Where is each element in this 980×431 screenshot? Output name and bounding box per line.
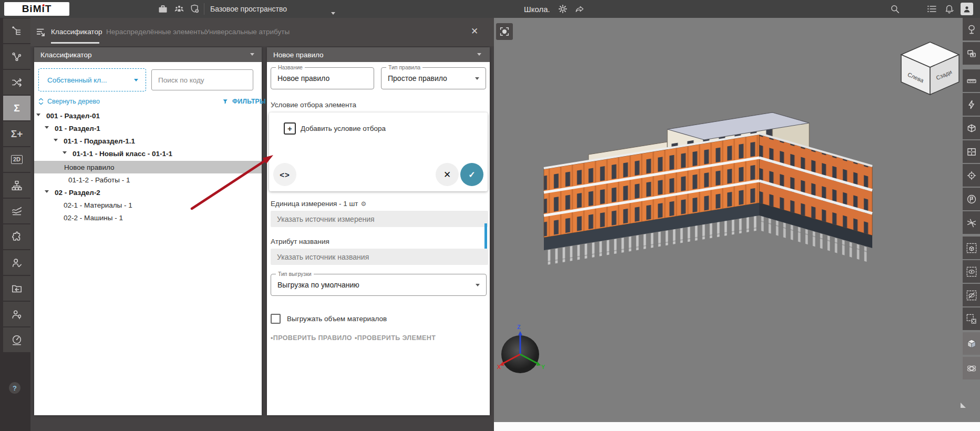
add-condition-button[interactable]: + Добавить условие отбора bbox=[284, 122, 386, 135]
team-icon[interactable] bbox=[172, 2, 186, 16]
navigation-cube[interactable]: Слева Сзади bbox=[901, 42, 959, 95]
chevron-down-icon bbox=[477, 53, 481, 56]
toolbar-flag-marker[interactable] bbox=[963, 188, 980, 210]
sidebar-item-plugins[interactable] bbox=[3, 224, 30, 249]
settings-gear-icon[interactable] bbox=[556, 2, 570, 16]
tree-item[interactable]: 02 - Раздел-2 bbox=[34, 186, 262, 199]
toolbar-hide-eye[interactable] bbox=[963, 284, 980, 306]
materials-volume-checkbox[interactable] bbox=[271, 314, 281, 324]
tree-expand-caret[interactable] bbox=[54, 139, 58, 143]
close-icon[interactable]: ✕ bbox=[468, 24, 481, 38]
sidebar-item-classifier-sum[interactable]: Σ bbox=[3, 96, 30, 120]
model-school-building bbox=[544, 112, 872, 265]
collapse-tree-label: Свернуть дерево bbox=[47, 98, 100, 105]
2d-sheet-icon: 2D bbox=[11, 155, 23, 164]
tree-expand-caret[interactable] bbox=[63, 151, 67, 156]
resize-handle[interactable] bbox=[961, 403, 966, 408]
code-search bbox=[151, 69, 253, 90]
logo-text-end: T bbox=[45, 3, 52, 15]
toolbar-locate-target[interactable] bbox=[963, 164, 980, 187]
toolbar-selection-layers[interactable] bbox=[963, 42, 980, 65]
list-icon[interactable] bbox=[925, 2, 938, 16]
rule-panel-header[interactable]: Новое правило bbox=[267, 47, 490, 62]
rule-panel: Новое правило Название Тип правила Прост… bbox=[267, 47, 490, 415]
check-element-button[interactable]: •ПРОВЕРИТЬ ЭЛЕМЕНТ bbox=[355, 334, 436, 342]
sidebar-item-user-check[interactable] bbox=[3, 250, 30, 275]
toolbar-view-cube[interactable] bbox=[963, 332, 980, 355]
sidebar-item-classifier-sum-add[interactable]: Σ+ bbox=[3, 121, 30, 146]
top-bar: BiMiT Базовое пространство Школа. bbox=[0, 0, 980, 18]
sidebar-item-structure[interactable] bbox=[3, 173, 30, 198]
tab-unallocated-elements[interactable]: Нераспределённые элементы bbox=[106, 28, 205, 36]
tree-item-label: 01-1-2 - Работы - 1 bbox=[68, 176, 130, 184]
tab-classifier[interactable]: Классификатор bbox=[51, 28, 102, 36]
axis-z-label: Z bbox=[517, 324, 521, 330]
check-rule-button[interactable]: •ПРОВЕРИТЬ ПРАВИЛО bbox=[271, 334, 352, 342]
cancel-button[interactable]: ✕ bbox=[436, 163, 459, 186]
export-type-select[interactable]: Тип выгрузки Выгрузка по умолчанию bbox=[271, 274, 487, 296]
tree-expand-caret[interactable] bbox=[45, 190, 49, 195]
help-button[interactable]: ? bbox=[9, 382, 20, 394]
classifier-select[interactable]: Собственный кл... bbox=[38, 68, 146, 91]
confirm-button[interactable]: ✓ bbox=[460, 163, 483, 186]
focus-area-icon[interactable] bbox=[496, 23, 513, 40]
sidebar-item-dashboard-gauge[interactable] bbox=[3, 327, 30, 352]
toolbar-show-eye[interactable] bbox=[963, 260, 980, 283]
tree-item[interactable]: 02-1 - Материалы - 1 bbox=[34, 199, 262, 211]
classifier-panel-header[interactable]: Классификатор bbox=[34, 47, 262, 62]
toolbar-section-flash[interactable] bbox=[963, 93, 980, 116]
sidebar-item-relations[interactable] bbox=[3, 44, 30, 69]
toolbar-floor-plan[interactable] bbox=[963, 140, 980, 163]
sidebar-item-charts[interactable] bbox=[3, 199, 30, 223]
toolbar-measure-ruler[interactable] bbox=[963, 69, 980, 92]
tree-item-label: 01-1-1 - Новый класс - 01-1-1 bbox=[73, 150, 172, 158]
tree-item[interactable]: 01-1-2 - Работы - 1 bbox=[34, 173, 262, 186]
collapse-tree-button[interactable]: Свернуть дерево bbox=[38, 98, 100, 105]
code-search-input[interactable] bbox=[151, 69, 253, 90]
tab-universal-attributes[interactable]: Универсальные атрибуты bbox=[205, 28, 290, 36]
sidebar-item-mix-transfer[interactable] bbox=[3, 70, 30, 95]
code-editor-button[interactable]: <> bbox=[273, 163, 296, 186]
tree-item[interactable]: 001 - Раздел-01 bbox=[34, 109, 262, 122]
tree-item[interactable]: 02-2 - Машины - 1 bbox=[34, 211, 262, 224]
viewport-scene: Слева Сзади X Y Z bbox=[494, 18, 980, 422]
tree-item[interactable]: 01-1-1 - Новый класс - 01-1-1 bbox=[34, 147, 262, 160]
workspace-dropdown-caret[interactable] bbox=[331, 7, 335, 17]
name-source-picker[interactable]: Указать источник названия bbox=[271, 249, 488, 265]
toolbar-section-cube[interactable] bbox=[963, 117, 980, 139]
toolbar-axis-lines[interactable] bbox=[963, 211, 980, 234]
axis-gizmo[interactable]: X Y Z bbox=[497, 324, 545, 373]
tree-expand-caret[interactable] bbox=[45, 126, 49, 131]
toolbar-orbit-view[interactable] bbox=[963, 357, 980, 379]
tree-expand-caret[interactable] bbox=[36, 114, 40, 118]
workspace-selector[interactable]: Базовое пространство bbox=[210, 5, 287, 13]
search-icon[interactable] bbox=[888, 2, 902, 16]
tree-item-label: Новое правило bbox=[64, 163, 115, 171]
account-icon[interactable] bbox=[961, 3, 973, 15]
viewport-bottom-strip bbox=[494, 422, 980, 431]
rule-type-select[interactable]: Тип правила Простое правило bbox=[381, 67, 486, 89]
panel-scrollbar[interactable] bbox=[484, 223, 487, 249]
notifications-icon[interactable] bbox=[942, 2, 956, 16]
toolbar-clear-selection[interactable] bbox=[963, 307, 980, 330]
toolbar-environment-tree[interactable] bbox=[963, 18, 980, 40]
collapse-panel-icon[interactable] bbox=[36, 27, 47, 38]
sidebar-item-sheet-2d[interactable]: 2D bbox=[3, 147, 30, 172]
briefcase-icon[interactable] bbox=[156, 2, 170, 16]
share-icon[interactable] bbox=[573, 2, 586, 16]
filters-button[interactable]: ФИЛЬТРЫ bbox=[222, 98, 266, 105]
tree-item[interactable]: 01 - Раздел-1 bbox=[34, 122, 262, 135]
attribute-name-label: Атрибут названия bbox=[271, 238, 329, 245]
sidebar-item-user-location[interactable] bbox=[3, 302, 30, 326]
tree-item-label: 02-2 - Машины - 1 bbox=[64, 214, 123, 222]
tree-item-selected[interactable]: Новое правило bbox=[34, 161, 262, 173]
tree-item[interactable]: 01-1 - Подраздел-1.1 bbox=[34, 135, 262, 147]
measure-source-picker[interactable]: Указать источник измерения bbox=[271, 211, 488, 227]
bimit-logo[interactable]: BiMiT bbox=[4, 2, 69, 16]
sidebar-item-model-tree[interactable] bbox=[3, 18, 30, 43]
rule-name-input[interactable] bbox=[271, 68, 374, 89]
toolbar-isolate-cube[interactable] bbox=[963, 237, 980, 259]
unit-settings-gear-icon[interactable]: ⚙ bbox=[361, 200, 367, 208]
sidebar-item-export-folder[interactable] bbox=[3, 276, 30, 301]
shield-user-icon[interactable] bbox=[188, 2, 202, 16]
